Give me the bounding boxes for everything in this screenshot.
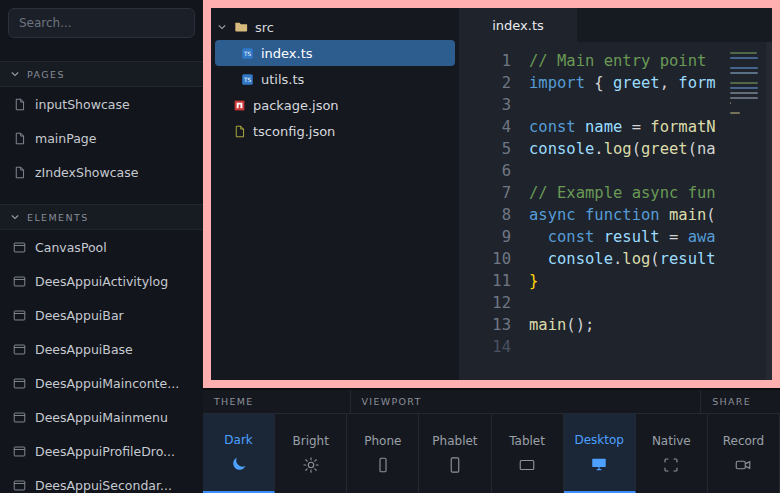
element-icon: [13, 479, 26, 492]
line-number: 13: [459, 314, 511, 336]
toolbar-group-label-text: SHARE: [712, 396, 751, 407]
code-area[interactable]: 1// Main entry point2import { greet, for…: [459, 42, 772, 380]
editor-tab-index-ts[interactable]: index.ts: [459, 8, 577, 42]
toolbar-group-label-share: SHARE: [701, 390, 780, 413]
npm-icon: [233, 99, 246, 112]
editor-tab-label: index.ts: [492, 18, 544, 33]
sidebar-item-label: CanvasPool: [35, 240, 107, 255]
section-header-pages[interactable]: PAGES: [0, 61, 203, 87]
svg-text:TS: TS: [243, 50, 251, 56]
element-icon: [13, 309, 26, 322]
svg-text:TS: TS: [243, 76, 251, 82]
tree-row-label: src: [255, 20, 274, 35]
element-icon: [13, 445, 26, 458]
code-line: 6: [459, 160, 772, 182]
tree-row-label: utils.ts: [261, 72, 304, 87]
sidebar-sections: PAGESinputShowcasemainPagezIndexShowcase…: [0, 61, 203, 493]
sidebar-item-label: DeesAppuiSecondar...: [35, 478, 172, 493]
tablet-button[interactable]: Tablet: [492, 414, 564, 493]
line-text: console.log(result: [529, 248, 716, 270]
sidebar-item-mainpage[interactable]: mainPage: [0, 121, 203, 155]
tree-row-tsconfig-json[interactable]: tsconfig.json: [211, 118, 459, 144]
sidebar-item-zindexshowcase[interactable]: zIndexShowcase: [0, 155, 203, 189]
sidebar-item-label: zIndexShowcase: [35, 165, 138, 180]
sidebar-item-label: DeesAppuiActivitylog: [35, 274, 168, 289]
code-line: 9 const result = awa: [459, 226, 772, 248]
line-number: 11: [459, 270, 511, 292]
sidebar-item-deesappuibase[interactable]: DeesAppuiBase: [0, 332, 203, 366]
toolbar-group-theme: DarkBright: [203, 414, 347, 493]
desktop-button[interactable]: Desktop: [564, 414, 636, 493]
tree-row-index-ts[interactable]: TSindex.ts: [215, 40, 455, 66]
element-icon: [13, 241, 26, 254]
code-line: 8async function main(: [459, 204, 772, 226]
json-icon: [233, 125, 246, 138]
app: PAGESinputShowcasemainPagezIndexShowcase…: [0, 0, 780, 493]
chevron-down-icon: [217, 22, 227, 32]
toolbar-labels: THEMEVIEWPORTSHARE: [203, 390, 780, 414]
page-icon: [13, 132, 26, 145]
dark-button[interactable]: Dark: [203, 414, 275, 493]
sidebar-item-canvaspool[interactable]: CanvasPool: [0, 230, 203, 264]
search-box: [0, 0, 203, 46]
sidebar: PAGESinputShowcasemainPagezIndexShowcase…: [0, 0, 203, 493]
sidebar-item-deesappuibar[interactable]: DeesAppuiBar: [0, 298, 203, 332]
sidebar-item-label: DeesAppuiMainmenu: [35, 410, 168, 425]
line-number: 2: [459, 72, 511, 94]
toolbar-button-label: Record: [723, 434, 764, 448]
search-input[interactable]: [8, 8, 195, 38]
code-line: 1// Main entry point: [459, 50, 772, 72]
line-number: 14: [459, 336, 511, 358]
code-line: 12: [459, 292, 772, 314]
phone-icon: [374, 456, 392, 474]
sidebar-item-deesappuisecondar[interactable]: DeesAppuiSecondar...: [0, 468, 203, 493]
section-header-elements[interactable]: ELEMENTS: [0, 204, 203, 230]
line-text: const name = formatN: [529, 116, 716, 138]
phablet-button[interactable]: Phablet: [419, 414, 491, 493]
ts-icon: TS: [241, 47, 254, 60]
toolbar-button-label: Desktop: [574, 433, 624, 447]
sidebar-item-deesappuimainmenu[interactable]: DeesAppuiMainmenu: [0, 400, 203, 434]
record-button[interactable]: Record: [708, 414, 780, 493]
code-line: 2import { greet, form: [459, 72, 772, 94]
line-number: 10: [459, 248, 511, 270]
phone-button[interactable]: Phone: [347, 414, 419, 493]
editor-tabbar: index.ts: [459, 8, 772, 42]
line-number: 6: [459, 160, 511, 182]
bright-button[interactable]: Bright: [275, 414, 347, 493]
sidebar-item-inputshowcase[interactable]: inputShowcase: [0, 87, 203, 121]
line-text: // Example async fun: [529, 182, 716, 204]
sidebar-item-deesappuiactivitylog[interactable]: DeesAppuiActivitylog: [0, 264, 203, 298]
bottom-toolbar: THEMEVIEWPORTSHARE DarkBrightPhonePhable…: [203, 390, 780, 493]
editor-scrollbar[interactable]: [766, 42, 772, 380]
sidebar-item-label: DeesAppuiBar: [35, 308, 124, 323]
toolbar-group-label-text: THEME: [214, 396, 254, 407]
toolbar-button-label: Phablet: [432, 434, 477, 448]
toolbar-group-label-theme: THEME: [203, 390, 351, 413]
sidebar-item-deesappuiprofiledro[interactable]: DeesAppuiProfileDro...: [0, 434, 203, 468]
ts-icon: TS: [241, 73, 254, 86]
sidebar-item-deesappuimainconte[interactable]: DeesAppuiMainconte...: [0, 366, 203, 400]
tree-row-utils-ts[interactable]: TSutils.ts: [211, 66, 459, 92]
element-icon: [13, 343, 26, 356]
tree-row-src[interactable]: src: [211, 14, 459, 40]
folder-icon: [234, 20, 248, 34]
toolbar-buttons: DarkBrightPhonePhabletTabletDesktopNativ…: [203, 414, 780, 493]
tree-row-package-json[interactable]: package.json: [211, 92, 459, 118]
toolbar-button-label: Bright: [292, 434, 328, 448]
toolbar-group-label-viewport: VIEWPORT: [351, 390, 702, 413]
sidebar-item-label: mainPage: [35, 131, 97, 146]
line-text: import { greet, form: [529, 72, 716, 94]
page-icon: [13, 166, 26, 179]
element-icon: [13, 275, 26, 288]
line-number: 12: [459, 292, 511, 314]
code-editor-component: srcTSindex.tsTSutils.tspackage.jsontscon…: [211, 8, 772, 380]
section-label: ELEMENTS: [27, 212, 89, 223]
line-number: 9: [459, 226, 511, 248]
native-button[interactable]: Native: [636, 414, 708, 493]
toolbar-button-label: Dark: [224, 433, 252, 447]
code-line: 5console.log(greet(na: [459, 138, 772, 160]
toolbar-button-label: Native: [652, 434, 691, 448]
sun-icon: [302, 456, 320, 474]
element-icon: [13, 377, 26, 390]
